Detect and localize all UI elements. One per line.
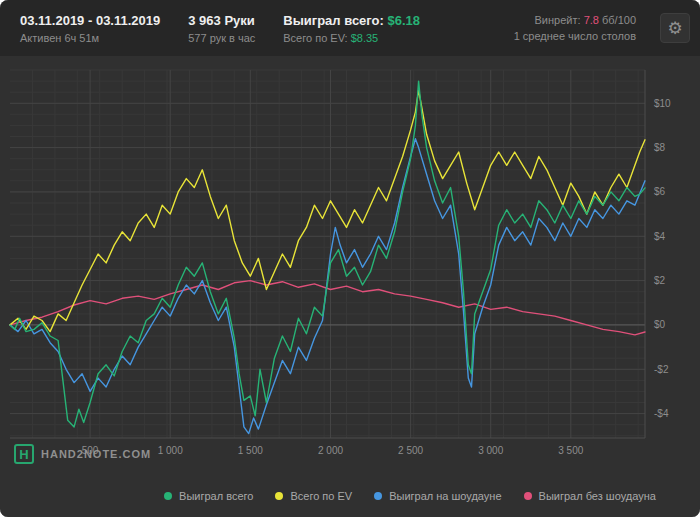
winrate-value: 7.8 xyxy=(584,14,599,26)
won-total-label: Выиграл всего: xyxy=(283,13,384,28)
chart-legend: Выиграл всегоВсего по EVВыиграл на шоуда… xyxy=(0,474,700,517)
avg-tables: 1 среднее число столов xyxy=(514,30,636,42)
legend-label: Выиграл без шоудауна xyxy=(539,490,656,502)
legend-item[interactable]: Всего по EV xyxy=(275,490,352,502)
date-section: 03.11.2019 - 03.11.2019 Активен 6ч 51м xyxy=(6,13,174,44)
legend-label: Выиграл всего xyxy=(179,490,253,502)
series-line-0 xyxy=(10,281,645,335)
svg-text:1 500: 1 500 xyxy=(238,445,263,456)
svg-text:3 500: 3 500 xyxy=(558,445,583,456)
gear-icon: ⚙ xyxy=(667,18,682,39)
graph-canvas: 5001 0001 5002 0002 5003 0003 500-$4-$2$… xyxy=(0,56,700,474)
legend-dot-icon xyxy=(164,492,172,500)
won-total-value: $6.18 xyxy=(388,13,421,28)
hand2note-logo-text: HAND2NOTE.COM xyxy=(41,448,151,460)
svg-text:$10: $10 xyxy=(654,98,671,109)
series-line-3 xyxy=(10,81,645,427)
svg-text:$6: $6 xyxy=(654,186,666,197)
ev-total-label: Всего по EV: xyxy=(283,32,347,44)
legend-dot-icon xyxy=(374,492,382,500)
svg-text:$2: $2 xyxy=(654,275,666,286)
svg-text:$4: $4 xyxy=(654,231,666,242)
hands-section: 3 963 Руки 577 рук в час xyxy=(174,13,269,44)
winrate-label: Винрейт: xyxy=(535,14,581,26)
legend-item[interactable]: Выиграл на шоудауне xyxy=(374,490,501,502)
hand2note-logo: H HAND2NOTE.COM xyxy=(14,444,151,464)
svg-text:1 000: 1 000 xyxy=(158,445,183,456)
hand2note-logo-icon: H xyxy=(14,444,34,464)
svg-text:-$4: -$4 xyxy=(654,408,669,419)
winnings-section: Выиграл всего: $6.18 Всего по EV: $8.35 xyxy=(269,13,434,44)
stats-header: 03.11.2019 - 03.11.2019 Активен 6ч 51м 3… xyxy=(0,0,700,56)
series-line-2 xyxy=(10,90,645,332)
winrate-section: Винрейт: 7.8 бб/100 1 среднее число стол… xyxy=(500,14,650,42)
svg-text:$8: $8 xyxy=(654,142,666,153)
legend-dot-icon xyxy=(524,492,532,500)
hands-count: 3 963 Руки xyxy=(188,13,255,28)
active-time: Активен 6ч 51м xyxy=(20,32,160,44)
legend-dot-icon xyxy=(275,492,283,500)
svg-text:2 500: 2 500 xyxy=(398,445,423,456)
svg-text:$0: $0 xyxy=(654,319,666,330)
legend-item[interactable]: Выиграл всего xyxy=(164,490,253,502)
svg-text:3 000: 3 000 xyxy=(478,445,503,456)
svg-text:-$2: -$2 xyxy=(654,364,669,375)
legend-label: Выиграл на шоудауне xyxy=(389,490,501,502)
svg-text:2 000: 2 000 xyxy=(318,445,343,456)
hand2note-graph-window: 03.11.2019 - 03.11.2019 Активен 6ч 51м 3… xyxy=(0,0,700,517)
ev-total-value: $8.35 xyxy=(351,32,379,44)
hands-per-hour: 577 рук в час xyxy=(188,32,255,44)
settings-button[interactable]: ⚙ xyxy=(660,13,690,43)
legend-label: Всего по EV xyxy=(290,490,352,502)
winnings-graph: 5001 0001 5002 0002 5003 0003 500-$4-$2$… xyxy=(0,56,700,474)
date-range: 03.11.2019 - 03.11.2019 xyxy=(20,13,160,28)
legend-item[interactable]: Выиграл без шоудауна xyxy=(524,490,656,502)
winrate-unit: бб/100 xyxy=(602,14,636,26)
